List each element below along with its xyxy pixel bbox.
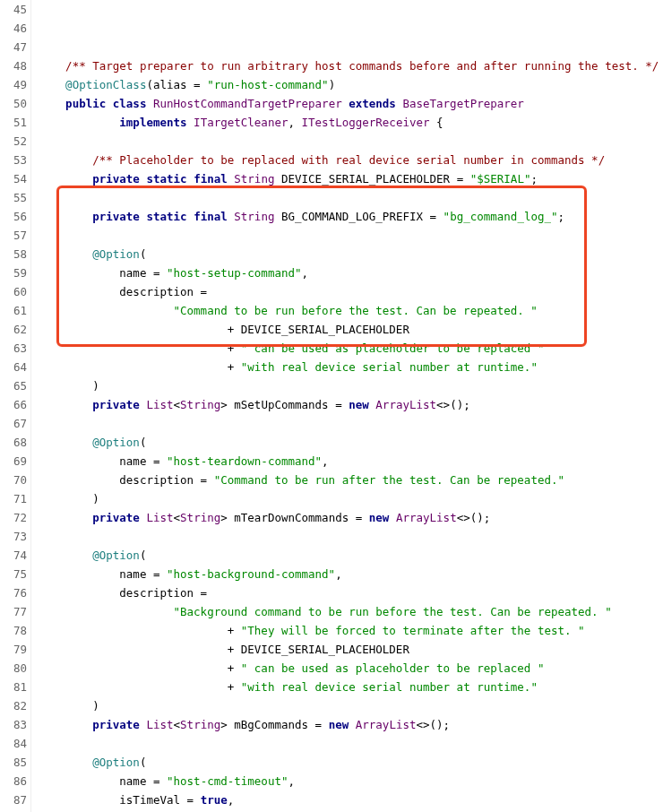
code-line[interactable]: ) [39,696,663,715]
code-line[interactable]: + " can be used as placeholder to be rep… [39,339,663,358]
code-line[interactable]: description = [39,583,663,602]
code-token: class [113,97,147,110]
code-token: ) [92,699,99,713]
code-token: private [92,511,140,524]
code-token: String [180,511,220,524]
code-line[interactable]: name = "host-cmd-timeout", [39,772,663,790]
code-token: String [180,718,220,731]
code-token: /** Placeholder to be replaced with real… [92,153,605,167]
code-line[interactable]: ) [39,376,663,395]
code-token: public [65,97,106,110]
line-number: 50 [0,94,27,113]
line-number: 64 [0,358,27,376]
code-line[interactable]: + DEVICE_SERIAL_PLACEHOLDER [39,640,663,659]
line-number: 55 [0,188,27,207]
code-token: implements [119,116,186,129]
line-number: 76 [0,583,27,602]
code-line[interactable]: private static final String DEVICE_SERIA… [39,169,663,188]
code-line[interactable]: name = "host-background-command", [39,565,663,583]
code-line[interactable]: public class RunHostCommandTargetPrepare… [39,94,663,113]
code-line[interactable]: @Option( [39,753,663,772]
code-area[interactable]: /** Target preparer to run arbitrary hos… [31,0,663,812]
line-number: 78 [0,621,27,640]
line-number: 46 [0,19,27,38]
code-token: ArrayList [396,511,457,524]
code-token: + [228,341,241,355]
code-line[interactable]: ) [39,489,663,508]
code-line[interactable]: + "with real device serial number at run… [39,678,663,696]
code-line[interactable]: private List<String> mSetUpCommands = ne… [39,395,663,414]
code-token: new [369,511,390,524]
code-line[interactable] [39,132,663,151]
code-token: + [228,680,241,694]
code-line[interactable]: description = [39,282,663,301]
code-token: ) [329,78,336,91]
code-token: ( [140,247,147,261]
line-number: 80 [0,659,27,678]
code-token: < [174,718,181,731]
code-line[interactable]: + "with real device serial number at run… [39,358,663,376]
code-line[interactable]: + " can be used as placeholder to be rep… [39,659,663,678]
code-line[interactable]: @Option( [39,546,663,565]
code-line[interactable]: /** Target preparer to run arbitrary hos… [39,56,663,75]
code-token: ( [140,756,147,769]
code-line[interactable] [39,188,663,207]
line-number: 73 [0,527,27,546]
code-line[interactable]: implements ITargetCleaner, ITestLoggerRe… [39,113,663,132]
line-number: 74 [0,546,27,565]
code-token: final [194,172,228,186]
line-number: 59 [0,263,27,282]
line-number: 66 [0,395,27,414]
line-number: 67 [0,414,27,433]
line-number: 62 [0,320,27,339]
line-number: 77 [0,602,27,621]
code-token: @Option [92,756,140,769]
code-line[interactable]: @Option( [39,245,663,263]
code-line[interactable]: private static final String BG_COMMAND_L… [39,207,663,226]
code-line[interactable] [39,734,663,753]
code-token: + [228,624,241,637]
line-number: 57 [0,226,27,245]
code-line[interactable]: private List<String> mBgCommands = new A… [39,715,663,734]
code-line[interactable]: private List<String> mTearDownCommands =… [39,508,663,527]
code-token: { [430,116,443,129]
code-line[interactable]: isTimeVal = true, [39,790,663,809]
line-number: 72 [0,508,27,527]
code-line[interactable]: name = "host-setup-command", [39,263,663,282]
code-line[interactable]: @OptionClass(alias = "run-host-command") [39,75,663,94]
code-line[interactable]: @Option( [39,433,663,452]
code-token: ; [558,210,565,223]
code-line[interactable]: "Background command to be run before the… [39,602,663,621]
code-token: List [146,398,173,411]
code-token: name = [119,774,167,788]
code-line[interactable]: /** Placeholder to be replaced with real… [39,151,663,169]
code-token: String [180,398,220,411]
code-line[interactable] [39,527,663,546]
code-line[interactable] [39,226,663,245]
code-line[interactable]: description = "Command to be run after t… [39,471,663,489]
code-token: static [146,172,186,186]
line-number: 53 [0,151,27,169]
code-line[interactable]: + "They will be forced to terminate afte… [39,621,663,640]
code-token: <>(); [417,718,451,731]
code-line[interactable]: name = "host-teardown-command", [39,452,663,471]
code-token: @Option [92,436,140,449]
line-number: 65 [0,376,27,395]
code-token: , [302,266,309,280]
line-number: 84 [0,734,27,753]
code-line[interactable] [39,414,663,433]
code-token: "They will be forced to terminate after … [241,624,585,637]
code-line[interactable]: + DEVICE_SERIAL_PLACEHOLDER [39,320,663,339]
line-number: 87 [0,790,27,809]
line-number: 61 [0,301,27,320]
code-token: , [228,793,235,807]
code-token: ITargetCleaner [194,116,288,129]
line-number: 60 [0,282,27,301]
code-token: DEVICE_SERIAL_PLACEHOLDER = [274,172,469,186]
code-token: + DEVICE_SERIAL_PLACEHOLDER [228,643,409,656]
code-token: < [174,398,181,411]
code-token: "Command to be run before the test. Can … [174,304,538,317]
code-token: > mSetUpCommands = [220,398,349,411]
code-token: name = [119,567,167,581]
code-line[interactable]: "Command to be run before the test. Can … [39,301,663,320]
